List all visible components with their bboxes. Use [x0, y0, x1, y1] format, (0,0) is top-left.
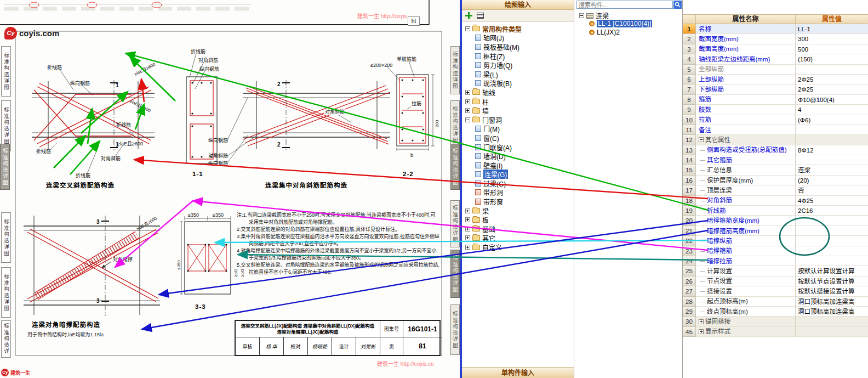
tree-item-shear-wall[interactable]: 剪力墙(Q)	[462, 60, 574, 70]
single-component-input-bar[interactable]: 单构件输入	[462, 367, 574, 378]
row-number[interactable]: 10	[683, 115, 696, 125]
tree-item-slab[interactable]: 板	[462, 215, 574, 224]
search-input[interactable]	[576, 1, 673, 9]
drawing-input-header[interactable]: 绘图输入	[462, 0, 574, 10]
property-value[interactable]: 按默认搭接设置计算	[796, 286, 868, 296]
tree-item-frame-column[interactable]: 框柱(Z)	[462, 52, 574, 61]
row-number[interactable]: 19	[683, 206, 696, 216]
expand-icon[interactable]	[465, 108, 470, 113]
row-number[interactable]: 2	[683, 34, 696, 44]
property-value[interactable]: (20)	[796, 176, 868, 185]
tree-item-other[interactable]: 其它	[462, 234, 574, 243]
property-value[interactable]: 洞口顶标高加连梁高	[796, 307, 868, 317]
collapse-icon[interactable]	[699, 137, 704, 142]
component-item-ll1[interactable]: LL-1 [C100100(4)]	[589, 20, 652, 27]
tree-item-wall-hole[interactable]: 墙洞(D)	[462, 151, 574, 161]
search-button[interactable]	[673, 1, 682, 9]
property-value[interactable]: 4	[796, 105, 868, 115]
row-number[interactable]: 28	[683, 297, 696, 307]
expand-icon[interactable]	[465, 245, 470, 250]
component-group-coupling-beam[interactable]: 连梁	[579, 11, 609, 20]
tree-item-column[interactable]: 柱	[462, 97, 574, 106]
property-value[interactable]: 300	[796, 34, 868, 44]
property-value[interactable]: 按默认节点设置计算	[796, 277, 868, 286]
row-number[interactable]: 21	[683, 226, 696, 236]
layers-icon[interactable]	[477, 13, 484, 19]
tree-item-raft-foundation[interactable]: 筏板基础(M)	[462, 42, 574, 52]
row-number[interactable]: 27	[683, 286, 696, 296]
row-number[interactable]: 45	[683, 327, 696, 337]
row-number[interactable]: 6	[683, 75, 696, 84]
property-value[interactable]: 2Φ25	[796, 84, 868, 94]
expand-icon[interactable]	[699, 319, 704, 324]
row-number[interactable]: 26	[683, 277, 696, 286]
expand-icon[interactable]	[465, 235, 470, 240]
property-value[interactable]	[796, 125, 868, 135]
tree-item-axis-grid[interactable]: 轴网(J)	[462, 33, 574, 43]
add-icon[interactable]	[465, 12, 472, 19]
row-number[interactable]: 8	[683, 95, 696, 105]
row-number[interactable]: 29	[683, 307, 696, 317]
tree-item-common-types[interactable]: 常用构件类型	[462, 24, 574, 33]
property-value[interactable]: LL-1	[796, 24, 868, 34]
tree-item-strip-window[interactable]: 带形窗	[462, 197, 574, 206]
row-number[interactable]: 14	[683, 155, 696, 165]
tree-item-door[interactable]: 门(M)	[462, 125, 574, 134]
row-number[interactable]: 12	[683, 135, 696, 145]
row-number[interactable]: 1	[683, 24, 696, 34]
property-value[interactable]: 500	[796, 44, 868, 54]
expand-icon[interactable]	[465, 99, 470, 104]
window-divider[interactable]	[460, 0, 462, 378]
expand-icon[interactable]	[465, 227, 470, 232]
tree-item-axis[interactable]: 轴线	[462, 88, 574, 97]
row-number[interactable]: 5	[683, 65, 696, 75]
property-value[interactable]: 4Φ25	[796, 196, 868, 206]
property-value[interactable]	[796, 236, 868, 246]
tree-item-beam[interactable]: 梁	[462, 206, 574, 216]
tree-item-foundation[interactable]: 基础	[462, 224, 574, 234]
tree-item-window[interactable]: 窗(C)	[462, 133, 574, 143]
tree-item-openings[interactable]: 门窗洞	[462, 115, 574, 125]
tree-item-beam-l[interactable]: 梁(L)	[462, 70, 574, 79]
property-value[interactable]: 按默认计算设置计算	[796, 266, 868, 276]
tree-item-lintel[interactable]: 过梁(G)	[462, 179, 574, 188]
property-value[interactable]: (Φ6)	[796, 115, 868, 125]
property-value[interactable]: 连梁	[796, 165, 868, 175]
row-number[interactable]: 9	[683, 105, 696, 115]
property-value[interactable]: 8Φ12	[796, 145, 868, 155]
row-number[interactable]: 16	[683, 176, 696, 185]
tree-item-cast-slab[interactable]: 现浇板(B)	[462, 79, 574, 88]
property-value[interactable]	[796, 256, 868, 266]
property-value[interactable]: Φ10@100(4)	[796, 95, 868, 105]
property-value[interactable]	[796, 226, 868, 236]
row-number[interactable]: 23	[683, 246, 696, 256]
property-value[interactable]: 2C16	[796, 206, 868, 216]
tree-item-coupling-beam[interactable]: 连梁(G)	[462, 170, 574, 179]
tree-item-niche[interactable]: 壁龛(I)	[462, 161, 574, 170]
row-number[interactable]: 22	[683, 236, 696, 246]
expand-icon[interactable]	[465, 90, 470, 95]
row-number[interactable]: 13	[683, 145, 696, 155]
row-number[interactable]: 17	[683, 185, 696, 195]
tree-item-strip-hole[interactable]: 带形洞	[462, 188, 574, 198]
expand-icon[interactable]	[699, 329, 704, 334]
tree-item-wall[interactable]: 墙	[462, 106, 574, 115]
expand-icon[interactable]	[465, 208, 470, 213]
row-number[interactable]: 30	[683, 317, 696, 326]
collapse-icon[interactable]	[465, 26, 470, 31]
tree-item-custom[interactable]: 自定义	[462, 242, 574, 252]
row-number[interactable]: 20	[683, 216, 696, 225]
expand-icon[interactable]	[465, 217, 470, 222]
row-number[interactable]: 11	[683, 125, 696, 135]
property-value[interactable]	[796, 155, 868, 165]
property-value[interactable]: (150)	[796, 54, 868, 64]
row-number[interactable]: 7	[683, 84, 696, 94]
row-number[interactable]: 18	[683, 196, 696, 206]
property-value[interactable]	[796, 65, 868, 75]
property-value[interactable]: 洞口顶标高加连梁高	[796, 297, 868, 307]
property-value[interactable]: 2Φ25	[796, 75, 868, 84]
collapse-icon[interactable]	[579, 13, 584, 18]
row-number[interactable]: 15	[683, 165, 696, 175]
tree-item-door-window[interactable]: 门联窗(A)	[462, 143, 574, 152]
property-value[interactable]: 否	[796, 185, 868, 195]
